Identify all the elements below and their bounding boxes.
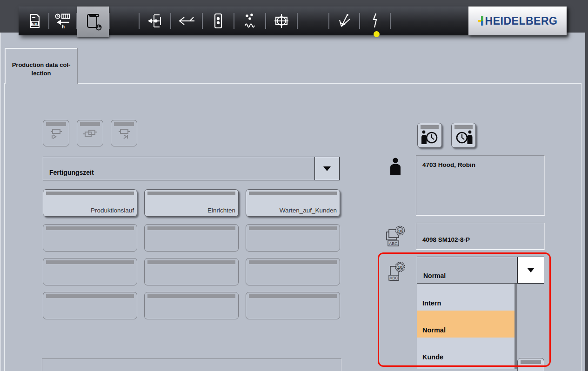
empty-category-button — [144, 224, 239, 252]
empty-category-button — [144, 258, 239, 285]
clock-in-button[interactable] — [417, 123, 442, 148]
fault-lightning-icon — [370, 13, 380, 29]
toolbar-slot-empty-1 — [110, 7, 139, 35]
toolbar-button-counter[interactable]: h — [49, 7, 76, 35]
svg-text:10: 10 — [398, 229, 402, 233]
machine-category-dropdown-button[interactable] — [517, 257, 544, 284]
toolbar-button-sheet-infeed[interactable] — [140, 7, 170, 35]
time-type-dropdown-button[interactable] — [314, 157, 340, 180]
job-start-button[interactable] — [43, 120, 69, 146]
register-crosshair-icon — [273, 13, 290, 29]
clock-in-icon — [421, 129, 439, 145]
operator-name: 4703 Hood, Robin — [422, 161, 475, 168]
toolbar-button-register[interactable] — [266, 7, 297, 35]
arrow-left-icon — [178, 15, 195, 27]
category-button-label: Produktionslauf — [91, 207, 134, 214]
production-data-collection-icon — [84, 13, 102, 31]
empty-category-button — [43, 258, 137, 285]
powder-spray-icon — [241, 13, 258, 29]
machine-category-combobox[interactable]: Normal — [417, 257, 517, 284]
chevron-down-icon — [527, 268, 535, 272]
machine-category-value: Normal — [423, 272, 446, 279]
status-indicator-dot — [374, 31, 380, 37]
application-window: Production data col- lection ABC h — [0, 0, 588, 371]
dropdown-option-normal-highlighted[interactable]: Normal — [417, 311, 514, 338]
dropdown-option-label: Kunde — [422, 353, 443, 361]
category-button-produktionslauf[interactable]: Produktionslauf — [43, 189, 137, 217]
machine-category-dropdown-list: Intern Normal Kunde — [417, 284, 517, 369]
empty-category-button — [43, 224, 137, 252]
operator-icon — [389, 158, 402, 177]
empty-category-button — [246, 292, 340, 319]
job-end-button[interactable] — [111, 120, 137, 146]
toolbar-slot-empty-2 — [298, 7, 328, 35]
category-button-einrichten[interactable]: Einrichten — [144, 189, 239, 217]
toolbar-button-printing-unit[interactable] — [203, 7, 234, 35]
empty-category-button — [246, 224, 340, 252]
heidelberg-logo-text: HEIDELBERG — [485, 15, 558, 27]
clock-out-button[interactable] — [451, 123, 476, 148]
dropdown-option-label: Intern — [422, 299, 441, 307]
machine-icon: 10 ABC — [385, 225, 406, 248]
toolbar-button-arrow-left[interactable] — [171, 7, 202, 35]
empty-category-button — [144, 292, 239, 319]
machine-name: 4098 SM102-8-P — [422, 236, 470, 243]
svg-text:ABC: ABC — [389, 276, 398, 280]
svg-text:ABC: ABC — [31, 22, 39, 26]
clock-out-icon — [454, 129, 473, 145]
washup-spray-icon — [336, 13, 353, 29]
dropdown-option-label: Normal — [422, 326, 446, 334]
counter-clock-icon: h — [54, 13, 71, 29]
empty-category-button — [43, 292, 137, 319]
toolbar-button-production-data-collection[interactable] — [77, 7, 109, 37]
time-type-value: Fertigungszeit — [49, 169, 94, 176]
dropdown-option-kunde[interactable]: Kunde — [417, 338, 514, 366]
plate-id-abc-icon: ABC — [27, 13, 43, 29]
time-type-combobox[interactable]: Fertigungszeit — [43, 157, 315, 180]
remarks-field — [42, 358, 341, 371]
operator-field: 4703 Hood, Robin — [416, 155, 545, 216]
job-start-icon — [48, 126, 64, 140]
svg-text:10: 10 — [398, 265, 403, 270]
tab-production-data-collection[interactable]: Production data col- lection — [5, 48, 78, 84]
job-change-icon — [82, 126, 98, 140]
dropdown-option-intern[interactable]: Intern — [417, 284, 514, 311]
toolbar-button-plate-id[interactable]: ABC — [21, 7, 48, 35]
printing-unit-icon — [211, 13, 225, 29]
svg-text:h: h — [62, 24, 65, 29]
category-button-label: Einrichten — [207, 207, 235, 214]
chevron-down-icon — [323, 166, 331, 171]
toolbar-button-washup[interactable] — [329, 7, 359, 35]
job-change-button[interactable] — [77, 120, 103, 146]
toolbar-button-powder-spray[interactable] — [234, 7, 265, 35]
main-toolbar: ABC h — [19, 7, 567, 35]
heidelberg-logo-panel: HEIDELBERG — [468, 7, 567, 35]
job-end-icon — [116, 126, 132, 140]
sheet-infeed-icon — [147, 13, 163, 29]
machine-field: 4098 SM102-8-P — [416, 223, 545, 250]
category-button-warten-auf-kunden[interactable]: Warten_auf_Kunden — [246, 189, 340, 217]
empty-category-button — [246, 258, 340, 285]
heidelberg-logo-mark-icon — [478, 15, 484, 26]
svg-text:ABC: ABC — [389, 241, 398, 246]
partial-button — [517, 358, 544, 371]
machine-category-icon: 10 ABC — [388, 260, 407, 285]
category-button-label: Warten_auf_Kunden — [280, 207, 337, 214]
